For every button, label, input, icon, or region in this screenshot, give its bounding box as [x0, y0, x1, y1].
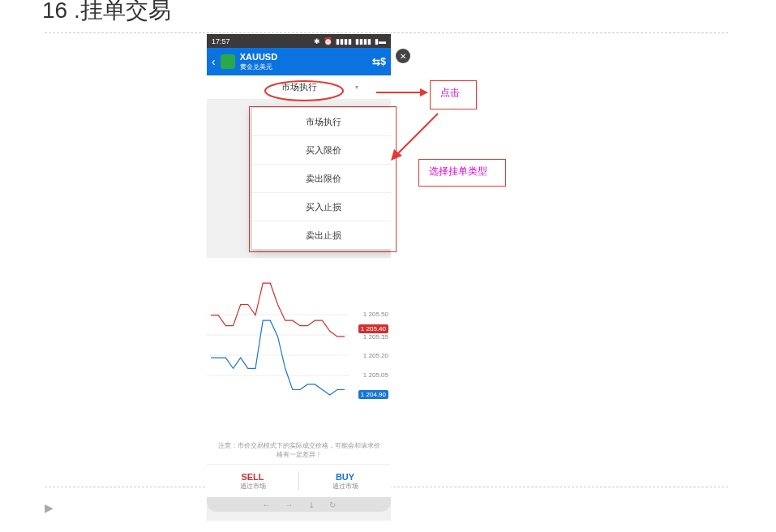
back-icon[interactable]: ‹ — [212, 55, 216, 68]
svg-point-4 — [265, 81, 343, 101]
app-icon — [221, 54, 235, 69]
symbol-label: XAUUSD — [240, 52, 277, 62]
dropdown-item-buystop[interactable]: 买入止损 — [252, 193, 391, 221]
statusbar: 17:57 ✱ ⏰ ▮▮▮▮ ▮▮▮▮ ▮▬ — [207, 34, 391, 48]
ytick-0: 1 205.50 — [363, 311, 388, 318]
dropdown-item-market[interactable]: 市场执行 — [252, 108, 391, 136]
nav-refresh-icon[interactable]: ↻ — [329, 500, 336, 509]
ytick-1: 1 205.35 — [363, 333, 388, 341]
alarm-icon: ⏰ — [324, 37, 332, 45]
annot-oval — [264, 79, 377, 103]
sell-label: SELL — [241, 472, 264, 482]
chart-svg — [207, 258, 349, 436]
nav-forward-icon[interactable]: → — [285, 500, 294, 509]
slide-title: 16 .挂单交易 — [42, 0, 171, 26]
annot-arrow-click — [373, 87, 431, 103]
svg-line-7 — [394, 114, 438, 157]
ytick-2: 1 205.20 — [363, 352, 388, 359]
play-icon[interactable]: ▶ — [45, 501, 54, 514]
annot-select-box: 选择挂单类型 — [418, 159, 506, 187]
buy-sublabel: 通过市场 — [332, 482, 358, 491]
symbol-subtitle: 黄金兑美元 — [240, 62, 277, 71]
battery-icon: ▮▬ — [375, 37, 386, 45]
signal1-icon: ▮▮▮▮ — [336, 37, 352, 45]
divider-top — [45, 32, 728, 33]
bid-price-tag: 1 204.90 — [358, 390, 388, 399]
annot-click-label: 点击 — [440, 86, 460, 100]
phone-frame: 17:57 ✱ ⏰ ▮▮▮▮ ▮▮▮▮ ▮▬ ‹ XAUUSD 黄金兑美元 ⇆$ — [207, 34, 391, 521]
annot-select-label: 选择挂单类型 — [429, 165, 487, 178]
buy-button[interactable]: BUY 通过市场 — [299, 465, 391, 497]
price-chart: 1 205.50 1 205.40 1 205.35 1 205.20 1 20… — [207, 258, 391, 436]
annot-arrow-select — [389, 112, 454, 162]
appbar: ‹ XAUUSD 黄金兑美元 ⇆$ — [207, 48, 391, 75]
dropdown-item-buylimit[interactable]: 买入限价 — [252, 136, 391, 165]
bottom-navbar: ← → ⤓ ↻ — [207, 497, 391, 512]
ytick-3: 1 205.05 — [363, 371, 388, 379]
sell-button[interactable]: SELL 通过市场 — [207, 465, 298, 497]
dropdown-item-selllimit[interactable]: 卖出限价 — [252, 165, 391, 193]
nav-download-icon[interactable]: ⤓ — [308, 500, 315, 509]
signal2-icon: ▮▮▮▮ — [355, 37, 371, 45]
svg-marker-6 — [420, 88, 428, 97]
close-button[interactable]: ✕ — [396, 49, 410, 63]
sell-sublabel: 通过市场 — [240, 482, 266, 491]
bluetooth-icon: ✱ — [314, 37, 320, 45]
dropdown-item-sellstop[interactable]: 卖出止损 — [252, 221, 391, 249]
nav-back-icon[interactable]: ← — [263, 500, 271, 509]
swap-icon[interactable]: ⇆$ — [372, 56, 386, 67]
ask-price-tag: 1 205.40 — [358, 324, 388, 333]
annot-click-box: 点击 — [430, 80, 477, 109]
buy-label: BUY — [336, 472, 354, 482]
status-time: 17:57 — [212, 37, 230, 45]
order-type-dropdown: 市场执行 买入限价 卖出限价 买入止损 卖出止损 — [251, 107, 391, 250]
action-row: SELL 通过市场 BUY 通过市场 — [207, 464, 391, 497]
notice-text: 注意：市价交易模式下的实际成交价格，可能会和请求价格有一定差异！ — [207, 436, 391, 464]
